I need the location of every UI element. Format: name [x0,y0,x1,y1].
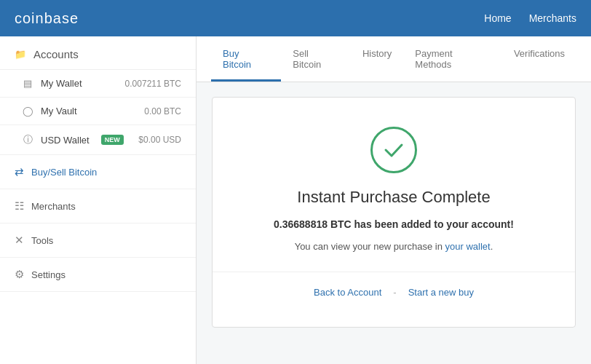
sidebar-item-buy-sell[interactable]: ⇄ Buy/Sell Bitcoin [0,155,196,189]
my-wallet-label: My Wallet [41,78,82,89]
accounts-label: Accounts [33,48,79,60]
tools-icon: ✕ [15,234,24,247]
merchants-label: Merchants [31,201,76,212]
tabs-bar: Buy Bitcoin Sell Bitcoin History Payment… [197,36,591,82]
confirmation-body: 0.36688818 BTC has been added to your ac… [256,217,531,232]
buy-sell-label: Buy/Sell Bitcoin [31,167,97,178]
new-badge: NEW [101,135,124,145]
vault-icon: ◯ [22,106,33,116]
sidebar-item-my-wallet[interactable]: ▤ My Wallet 0.007211 BTC [0,70,196,98]
tools-label: Tools [31,235,53,246]
sidebar: 📁 Accounts ▤ My Wallet 0.007211 BTC ◯ My… [0,36,197,364]
sidebar-item-tools[interactable]: ✕ Tools [0,223,196,258]
header: coinbase Home Merchants [0,0,591,36]
sidebar-accounts-header: 📁 Accounts [0,36,196,70]
action-separator: - [393,287,396,298]
sidebar-item-my-vault[interactable]: ◯ My Vault 0.00 BTC [0,98,196,125]
success-icon [370,127,417,173]
your-wallet-link[interactable]: your wallet [445,241,491,252]
sub-post: . [491,241,493,252]
merchants-icon: ☷ [15,199,24,213]
main-content: Buy Bitcoin Sell Bitcoin History Payment… [197,36,591,364]
settings-icon: ⚙ [15,268,24,281]
my-vault-value: 0.00 BTC [144,106,181,116]
confirmation-card: Instant Purchase Complete 0.36688818 BTC… [212,97,576,328]
tab-buy-bitcoin[interactable]: Buy Bitcoin [211,36,281,82]
sidebar-item-settings[interactable]: ⚙ Settings [0,258,196,292]
header-nav: Home Merchants [484,12,576,24]
my-wallet-value: 0.007211 BTC [125,79,181,89]
usd-wallet-value: $0.00 USD [138,135,181,145]
usd-icon: ⓘ [22,133,33,146]
checkmark-svg [382,138,405,162]
sub-pre: You can view your new purchase in [295,241,445,252]
tab-history[interactable]: History [351,36,403,82]
nav-merchants[interactable]: Merchants [529,12,576,24]
nav-home[interactable]: Home [484,12,511,24]
confirmation-title: Instant Purchase Complete [256,188,531,207]
usd-wallet-label: USD Wallet [41,135,90,146]
sidebar-item-usd-wallet[interactable]: ⓘ USD Wallet NEW $0.00 USD [0,125,196,155]
confirmation-sub: You can view your new purchase in your w… [256,240,531,254]
card-divider [213,272,575,272]
tab-verifications[interactable]: Verifications [502,36,576,82]
buy-sell-icon: ⇄ [15,165,24,178]
sidebar-item-merchants[interactable]: ☷ Merchants [0,189,196,223]
back-to-account-link[interactable]: Back to Account [314,287,381,298]
settings-label: Settings [31,269,66,280]
tab-payment-methods[interactable]: Payment Methods [403,36,502,82]
folder-icon: 📁 [15,49,26,60]
wallet-icon: ▤ [22,78,33,89]
card-actions: Back to Account - Start a new buy [256,287,531,298]
start-new-buy-link[interactable]: Start a new buy [408,287,474,298]
tab-sell-bitcoin[interactable]: Sell Bitcoin [281,36,351,82]
logo: coinbase [15,10,79,27]
my-vault-label: My Vault [41,106,77,116]
content-area: Instant Purchase Complete 0.36688818 BTC… [197,82,591,342]
layout: 📁 Accounts ▤ My Wallet 0.007211 BTC ◯ My… [0,36,591,364]
